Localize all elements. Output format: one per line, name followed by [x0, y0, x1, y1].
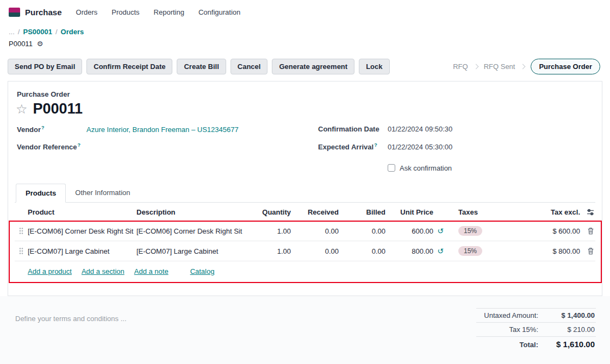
line-add-links: Add a product Add a section Add a note C… [15, 261, 595, 283]
col-quantity: Quantity [256, 208, 291, 216]
total-row: Total: $ 1,610.00 [476, 336, 596, 352]
total-value: $ 1,610.00 [544, 340, 595, 349]
cell-quantity[interactable]: 1.00 [256, 247, 291, 255]
col-product: Product [28, 208, 136, 216]
terms-placeholder[interactable]: Define your terms and conditions ... [15, 315, 127, 323]
drag-handle-icon[interactable] [15, 247, 28, 255]
col-tax-excl: Tax excl. [508, 208, 580, 216]
vendor-label: Vendor? [17, 125, 86, 134]
page-title[interactable]: P00011 [33, 101, 83, 117]
totals-block: Untaxed Amount: $ 1,400.00 Tax 15%: $ 21… [476, 308, 596, 352]
status-step-purchase-order[interactable]: Purchase Order [531, 59, 600, 74]
cell-unit-price[interactable]: 600.00 [385, 227, 433, 235]
price-history-icon[interactable]: ↺ [433, 247, 447, 255]
breadcrumb-row: ... / PS00001 / Orders [9, 26, 601, 37]
vendor-label-text: Vendor [17, 125, 41, 134]
cell-product[interactable]: [E-COM07] Large Cabinet [28, 247, 136, 255]
table-row: [E-COM06] Corner Desk Right Sit [E-COM06… [15, 221, 595, 241]
brand: Purchase [9, 8, 62, 17]
price-history-icon[interactable]: ↺ [433, 227, 447, 235]
settings-gear-icon[interactable]: ⚙ [37, 40, 43, 48]
vendor-reference-field-row: Vendor Reference? [17, 142, 294, 160]
lock-button[interactable]: Lock [359, 59, 389, 74]
tax-value: $ 210.00 [544, 325, 595, 334]
cell-quantity[interactable]: 1.00 [256, 227, 291, 235]
menu-reporting[interactable]: Reporting [154, 8, 184, 16]
confirmation-date-value[interactable]: 01/22/2024 09:50:30 [388, 125, 452, 133]
cell-tax-excl: $ 800.00 [508, 247, 580, 255]
doc-type-label: Purchase Order [15, 90, 595, 98]
breadcrumb-ellipsis[interactable]: ... [9, 28, 15, 36]
add-a-section-link[interactable]: Add a section [82, 267, 125, 275]
total-label: Total: [520, 341, 538, 349]
create-bill-button[interactable]: Create Bill [177, 59, 226, 74]
send-po-by-email-button[interactable]: Send PO by Email [8, 59, 82, 74]
chevron-right-icon [520, 64, 526, 70]
tax-badge[interactable]: 15% [458, 246, 482, 256]
ask-confirmation-checkbox[interactable] [388, 164, 395, 172]
trash-icon[interactable] [580, 247, 595, 255]
cell-description[interactable]: [E-COM06] Corner Desk Right Sit [136, 227, 256, 235]
expected-arrival-label: Expected Arrival? [318, 142, 388, 151]
untaxed-amount-label: Untaxed Amount: [484, 311, 538, 319]
cell-received[interactable]: 0.00 [291, 227, 339, 235]
menu-products[interactable]: Products [111, 8, 139, 16]
generate-agreement-button[interactable]: Generate agreement [272, 59, 354, 74]
cell-unit-price[interactable]: 800.00 [385, 247, 433, 255]
chevron-right-icon [473, 64, 478, 70]
favorite-star-icon[interactable]: ☆ [16, 103, 28, 116]
drag-handle-icon[interactable] [15, 227, 28, 235]
app-name[interactable]: Purchase [25, 8, 62, 17]
confirmation-date-field-row: Confirmation Date 01/22/2024 09:50:30 [318, 125, 595, 142]
add-a-product-link[interactable]: Add a product [28, 267, 72, 275]
col-description: Description [136, 208, 256, 216]
expected-arrival-label-text: Expected Arrival [318, 143, 374, 151]
control-panel: Send PO by Email Confirm Receipt Date Cr… [0, 50, 610, 81]
cell-billed[interactable]: 0.00 [339, 227, 385, 235]
title-row: ☆ P00011 [15, 101, 595, 117]
cell-tax-excl: $ 600.00 [508, 227, 580, 235]
add-a-note-link[interactable]: Add a note [134, 267, 169, 275]
confirm-receipt-date-button[interactable]: Confirm Receipt Date [86, 59, 172, 74]
status-step-rfq-sent[interactable]: RFQ Sent [484, 62, 515, 71]
status-bar: RFQ RFQ Sent Purchase Order [453, 59, 600, 74]
catalog-link[interactable]: Catalog [190, 267, 215, 275]
status-step-rfq[interactable]: RFQ [453, 62, 468, 71]
trash-icon[interactable] [580, 227, 595, 235]
breadcrumb-link-orders[interactable]: Orders [61, 28, 84, 36]
vendor-value-link[interactable]: Azure Interior, Brandon Freeman – US1234… [86, 125, 239, 134]
cell-product[interactable]: [E-COM06] Corner Desk Right Sit [28, 227, 136, 235]
menu-orders[interactable]: Orders [76, 8, 98, 16]
vendor-field-row: Vendor? Azure Interior, Brandon Freeman … [17, 125, 294, 142]
field-column-left: Vendor? Azure Interior, Brandon Freeman … [17, 125, 294, 176]
cancel-button[interactable]: Cancel [231, 59, 268, 74]
vendor-reference-label-text: Vendor Reference [17, 143, 77, 151]
cell-description[interactable]: [E-COM07] Large Cabinet [136, 247, 256, 255]
col-billed: Billed [339, 208, 385, 216]
tab-products[interactable]: Products [16, 184, 66, 203]
ask-confirmation-label: Ask confirmation [400, 164, 452, 172]
order-lines-header: Product Description Quantity Received Bi… [15, 203, 595, 221]
app-logo-icon[interactable] [9, 8, 20, 17]
ask-confirmation-row: Ask confirmation [318, 160, 595, 176]
menu-configuration[interactable]: Configuration [198, 8, 240, 16]
order-lines-body: [E-COM06] Corner Desk Right Sit [E-COM06… [15, 221, 595, 283]
col-taxes: Taxes [447, 208, 508, 216]
breadcrumb-link-ps00001[interactable]: PS00001 [23, 28, 52, 36]
optional-columns-icon[interactable] [580, 209, 595, 216]
breadcrumb-separator: / [18, 28, 20, 36]
cell-billed[interactable]: 0.00 [339, 247, 385, 255]
breadcrumb: ... / PS00001 / Orders P00011 ⚙ [0, 24, 610, 50]
confirmation-date-label: Confirmation Date [318, 125, 388, 133]
field-group: Vendor? Azure Interior, Brandon Freeman … [15, 125, 595, 176]
vendor-reference-label: Vendor Reference? [17, 142, 86, 151]
cell-received[interactable]: 0.00 [291, 247, 339, 255]
expected-arrival-value[interactable]: 01/22/2024 05:30:00 [388, 143, 452, 151]
tab-other-information[interactable]: Other Information [66, 184, 139, 202]
breadcrumb-current-row: P00011 ⚙ [9, 37, 601, 50]
tax-badge[interactable]: 15% [458, 226, 482, 236]
cell-taxes: 15% [447, 226, 508, 236]
form-sheet: Purchase Order ☆ P00011 Vendor? Azure In… [8, 81, 602, 296]
cell-taxes: 15% [447, 246, 508, 256]
action-buttons: Send PO by Email Confirm Receipt Date Cr… [8, 59, 390, 74]
